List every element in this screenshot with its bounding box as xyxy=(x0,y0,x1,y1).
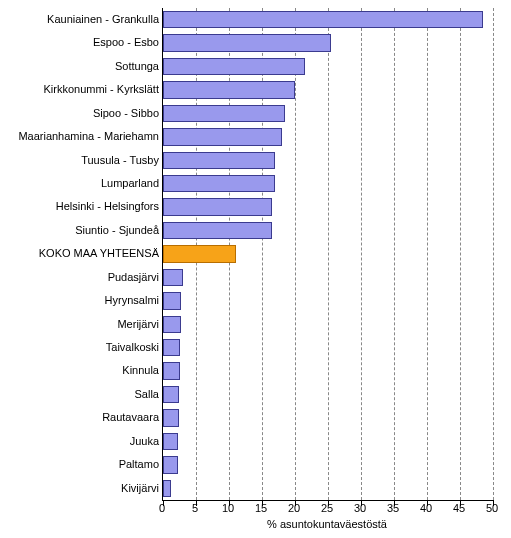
bar-row xyxy=(163,242,493,265)
category-label: Kauniainen - Grankulla xyxy=(0,8,159,31)
plot-area xyxy=(162,8,493,501)
bars-container xyxy=(163,8,493,500)
x-tick-label: 30 xyxy=(354,502,366,514)
category-label: Espoo - Esbo xyxy=(0,31,159,54)
x-tick-label: 10 xyxy=(222,502,234,514)
bar xyxy=(163,269,183,286)
bar-row xyxy=(163,313,493,336)
category-label: Helsinki - Helsingfors xyxy=(0,195,159,218)
category-label: Merijärvi xyxy=(0,313,159,336)
bar xyxy=(163,198,272,215)
bar xyxy=(163,433,178,450)
bar-row xyxy=(163,102,493,125)
gridline xyxy=(493,8,494,500)
category-label: KOKO MAA YHTEENSÄ xyxy=(0,242,159,265)
x-tick-label: 25 xyxy=(321,502,333,514)
bar xyxy=(163,105,285,122)
category-label: Siuntio - Sjundeå xyxy=(0,219,159,242)
category-label: Sipoo - Sibbo xyxy=(0,102,159,125)
x-tick-label: 15 xyxy=(255,502,267,514)
category-label: Hyrynsalmi xyxy=(0,289,159,312)
bar-row xyxy=(163,336,493,359)
bar xyxy=(163,386,179,403)
category-label: Salla xyxy=(0,383,159,406)
bar xyxy=(163,34,331,51)
bar-row xyxy=(163,149,493,172)
category-label: Paltamo xyxy=(0,453,159,476)
category-label: Rautavaara xyxy=(0,406,159,429)
bar-row xyxy=(163,266,493,289)
category-label: Maarianhamina - Mariehamn xyxy=(0,125,159,148)
bar-row xyxy=(163,31,493,54)
x-tick-label: 35 xyxy=(387,502,399,514)
bar xyxy=(163,81,295,98)
bar-row xyxy=(163,289,493,312)
bar-row xyxy=(163,125,493,148)
x-tick-label: 40 xyxy=(420,502,432,514)
bar-row xyxy=(163,406,493,429)
bar xyxy=(163,222,272,239)
bar xyxy=(163,175,275,192)
category-label: Sottunga xyxy=(0,55,159,78)
bar-row xyxy=(163,172,493,195)
category-label: Juuka xyxy=(0,430,159,453)
bar xyxy=(163,11,483,28)
category-label: Kinnula xyxy=(0,359,159,382)
bar xyxy=(163,362,180,379)
x-tick-label: 5 xyxy=(192,502,198,514)
bar xyxy=(163,58,305,75)
category-label: Kirkkonummi - Kyrkslätt xyxy=(0,78,159,101)
bar xyxy=(163,152,275,169)
bar-row xyxy=(163,78,493,101)
category-label: Lumparland xyxy=(0,172,159,195)
bar xyxy=(163,409,179,426)
bar-row xyxy=(163,55,493,78)
bar-row xyxy=(163,8,493,31)
bar-row xyxy=(163,477,493,500)
bar-row xyxy=(163,359,493,382)
bar xyxy=(163,339,180,356)
category-label: Taivalkoski xyxy=(0,336,159,359)
bar-chart: Kauniainen - GrankullaEspoo - EsboSottun… xyxy=(0,0,511,538)
bar xyxy=(163,292,181,309)
bar xyxy=(163,456,178,473)
x-axis-label: % asuntokuntaväestöstä xyxy=(162,518,492,530)
bar xyxy=(163,128,282,145)
bar-row xyxy=(163,453,493,476)
category-label: Tuusula - Tusby xyxy=(0,149,159,172)
category-label: Pudasjärvi xyxy=(0,266,159,289)
bar xyxy=(163,480,171,497)
bar-row xyxy=(163,383,493,406)
x-tick-label: 20 xyxy=(288,502,300,514)
bar xyxy=(163,316,181,333)
bar-highlight xyxy=(163,245,236,262)
x-tick-label: 0 xyxy=(159,502,165,514)
bar-row xyxy=(163,430,493,453)
x-tick-label: 50 xyxy=(486,502,498,514)
x-tick-label: 45 xyxy=(453,502,465,514)
bar-row xyxy=(163,219,493,242)
category-label: Kivijärvi xyxy=(0,477,159,500)
bar-row xyxy=(163,195,493,218)
